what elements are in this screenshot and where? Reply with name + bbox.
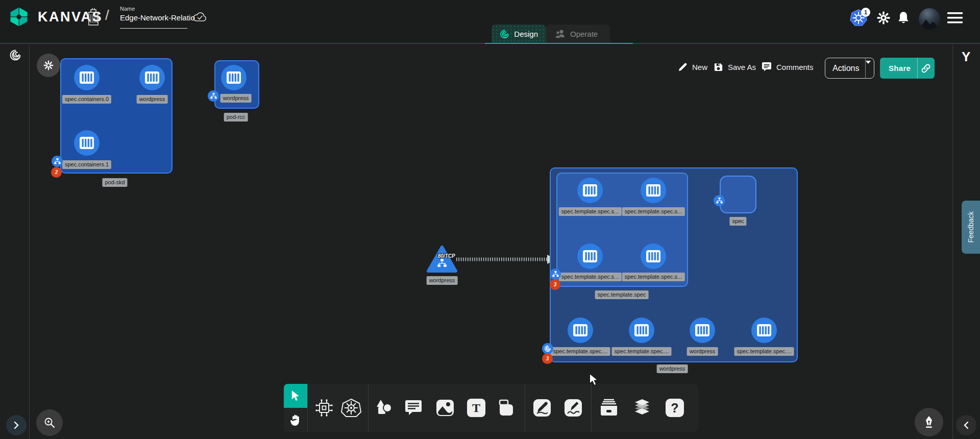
container-node[interactable]	[74, 65, 100, 90]
chip-icon	[314, 398, 334, 418]
user-avatar[interactable]	[919, 8, 940, 30]
media-tool-button[interactable]	[434, 397, 456, 419]
link-icon	[921, 63, 931, 74]
cloud-saved-icon	[192, 11, 207, 22]
comment-icon	[404, 399, 423, 417]
chevron-right-icon	[13, 421, 19, 429]
breadcrumb-slash: /	[105, 7, 109, 23]
new-label: New	[692, 63, 707, 71]
pod-network-mini-icon[interactable]	[52, 156, 63, 167]
comments-button[interactable]: Comments	[762, 62, 814, 72]
text-tool-button[interactable]: T	[465, 397, 487, 419]
node-label: spec.template.spec....	[734, 347, 794, 356]
sticky-note-icon	[497, 398, 516, 418]
help-tool-button[interactable]: ?	[664, 397, 686, 419]
organization-icon[interactable]	[86, 8, 101, 26]
toolbar-divider	[368, 384, 369, 432]
expand-left-panel-button[interactable]	[6, 415, 27, 435]
node-label: wordpress	[427, 276, 458, 285]
copy-link-button[interactable]	[918, 63, 935, 74]
design-name-input[interactable]: Edge-Network-Relatio	[120, 13, 195, 22]
actions-dropdown-toggle[interactable]	[866, 64, 874, 73]
layers-icon	[632, 398, 652, 418]
container-node[interactable]	[139, 65, 165, 90]
save-as-label: Save As	[728, 63, 756, 71]
container-node[interactable]	[751, 318, 777, 343]
container-icon	[573, 324, 588, 337]
node-label: spec	[729, 217, 746, 226]
spec-node[interactable]	[720, 176, 756, 213]
design-pen-button[interactable]	[915, 408, 943, 436]
yaml-toggle-icon[interactable]: Y	[962, 49, 970, 65]
kanvas-app: KANVAS / Name Edge-Network-Relatio Desig…	[0, 0, 980, 439]
container-node[interactable]	[221, 65, 247, 90]
design-tab-icon	[500, 29, 509, 39]
left-rail-divider	[29, 45, 30, 439]
snowflake-icon	[43, 60, 54, 71]
node-label: spec.template.spec.s...	[622, 273, 685, 281]
tab-design[interactable]: Design	[492, 25, 546, 43]
sticky-note-tool-button[interactable]	[495, 397, 518, 419]
design-name-block: Name Edge-Network-Relatio	[120, 6, 195, 22]
template-network-mini-icon[interactable]	[550, 269, 561, 280]
group-label: pod-skd	[102, 178, 127, 187]
pod-network-mini-icon[interactable]	[208, 90, 219, 102]
settings-gear-icon[interactable]	[877, 11, 890, 25]
collapse-right-panel-button[interactable]	[956, 415, 976, 435]
service-node[interactable]	[427, 245, 457, 273]
components-tool-button[interactable]	[313, 397, 335, 419]
service-edge[interactable]	[454, 252, 559, 266]
share-button[interactable]: Share	[880, 58, 935, 79]
layers-tool-button[interactable]	[631, 397, 653, 419]
toolbar-divider	[591, 384, 592, 432]
kubernetes-tool-button[interactable]	[340, 397, 362, 419]
zoom-button[interactable]	[36, 409, 63, 436]
text-tool-glyph: T	[467, 399, 485, 417]
container-node[interactable]	[577, 178, 603, 203]
container-node[interactable]	[568, 318, 593, 343]
container-node[interactable]	[629, 318, 654, 343]
error-count-badge[interactable]: 2	[51, 167, 62, 178]
notifications-bell-icon[interactable]	[897, 11, 910, 25]
k8s-resource-button[interactable]	[37, 54, 60, 77]
container-node[interactable]	[690, 318, 715, 343]
container-icon	[226, 71, 241, 84]
pen-nib-icon	[923, 416, 935, 429]
select-tool-button[interactable]	[284, 384, 307, 408]
kubernetes-helm-icon	[341, 398, 361, 418]
comment-tool-button[interactable]	[402, 397, 425, 419]
save-as-button[interactable]: Save As	[714, 62, 756, 72]
error-count-badge[interactable]: 3	[550, 279, 560, 290]
tab-operate[interactable]: Operate	[546, 25, 610, 43]
spec-template-spec-group[interactable]	[556, 173, 688, 287]
node-label: spec.template.spec.s...	[622, 207, 685, 216]
network-icon	[716, 198, 723, 204]
actions-button[interactable]: Actions	[825, 58, 874, 79]
error-count-badge[interactable]: 3	[542, 353, 553, 364]
operate-tab-icon	[554, 29, 566, 39]
freehand-tool-button[interactable]	[562, 397, 584, 419]
container-icon	[646, 184, 661, 197]
swirl-icon	[544, 345, 551, 352]
magnifier-icon	[43, 417, 56, 429]
container-node[interactable]	[577, 243, 603, 269]
hamburger-menu-icon[interactable]	[947, 12, 963, 23]
pan-tool-button[interactable]	[284, 408, 307, 432]
k8s-context-count-badge: 1	[861, 8, 870, 17]
container-node[interactable]	[641, 243, 666, 269]
shapes-icon	[374, 399, 394, 417]
container-node[interactable]	[641, 178, 666, 203]
node-label: wordpress	[137, 95, 168, 104]
new-button[interactable]: New	[678, 62, 707, 72]
pen-tool-button[interactable]	[531, 397, 553, 419]
node-label: spec.template.spec....	[551, 347, 610, 356]
container-node[interactable]	[74, 130, 100, 156]
shapes-tool-button[interactable]	[373, 397, 395, 419]
deployment-mini-icon[interactable]	[542, 343, 553, 354]
spec-network-mini-icon[interactable]	[714, 195, 725, 206]
drawer-icon	[599, 399, 619, 417]
feedback-tab[interactable]: Feedback	[962, 201, 980, 254]
image-icon	[435, 399, 455, 417]
drawer-tool-button[interactable]	[598, 397, 620, 419]
name-field-label: Name	[120, 6, 195, 12]
